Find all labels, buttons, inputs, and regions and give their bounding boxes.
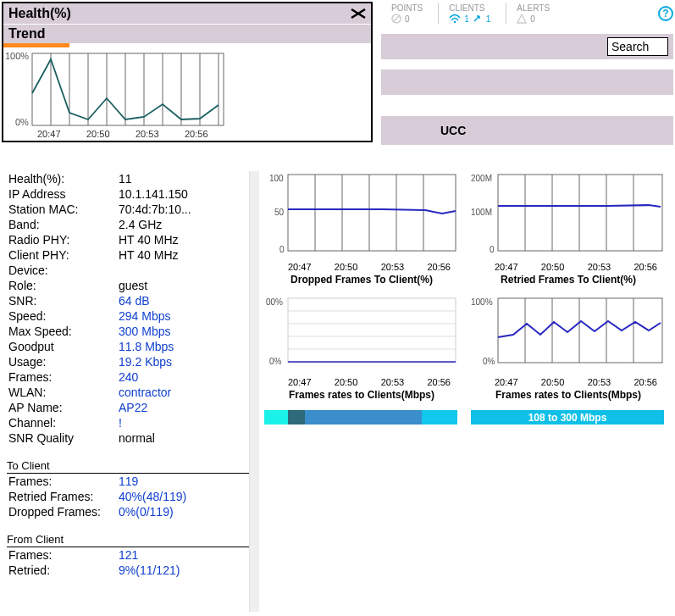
header-alerts-label: ALERTS <box>517 3 550 13</box>
header-clients-wifi-count: 1 <box>464 14 469 24</box>
detail-value: 70:4d:7b:10... <box>117 202 252 217</box>
header-clients-wired-count: 1 <box>486 14 491 24</box>
header-alerts-value: 0 <box>530 14 535 24</box>
detail-label: Device: <box>7 263 117 278</box>
chart-title: Frames rates to Clients(Mbps) <box>264 389 459 401</box>
search-input[interactable]: Search <box>607 37 668 56</box>
tick-label: 20:47 <box>495 377 518 387</box>
svg-rect-47 <box>498 298 662 363</box>
detail-value: ! <box>117 415 252 430</box>
tick-label: 20:53 <box>588 377 611 387</box>
svg-text:0%: 0% <box>269 357 282 366</box>
header-clients-label: CLIENTS <box>449 3 490 13</box>
detail-value: HT 40 MHz <box>117 247 252 263</box>
spacer-bar <box>381 69 673 95</box>
detail-label: WLAN: <box>7 385 117 400</box>
to-client-header: To Client <box>7 459 252 474</box>
detail-label: SNR Quality <box>7 430 117 446</box>
detail-row: Station MAC:70:4d:7b:10... <box>7 202 252 217</box>
alert-triangle-icon <box>517 14 527 24</box>
chart-title: Dropped Frames To Client(%) <box>264 274 459 286</box>
detail-row: WLAN:contractor <box>7 385 252 400</box>
tick-label: 20:56 <box>634 377 657 387</box>
detail-label: Speed: <box>7 308 117 324</box>
detail-value: 294 Mbps <box>117 308 252 324</box>
legend-bar-right: 108 to 300 Mbps <box>471 410 664 425</box>
help-icon[interactable]: ? <box>658 6 673 21</box>
detail-value: 19.2 Kbps <box>117 354 252 369</box>
svg-text:100%: 100% <box>5 51 29 61</box>
detail-label: Client PHY: <box>7 247 117 263</box>
detail-row: Goodput11.8 Mbps <box>7 339 252 354</box>
detail-row: Max Speed:300 Mbps <box>7 324 252 339</box>
detail-row: Retried:9%(11/121) <box>7 563 252 578</box>
detail-value: 121 <box>117 547 252 563</box>
detail-label: Role: <box>7 278 117 293</box>
detail-label: Goodput <box>7 339 117 354</box>
detail-row: Health(%):11 <box>7 171 252 186</box>
detail-value: 11 <box>117 171 252 186</box>
svg-text:100M: 100M <box>471 208 492 217</box>
detail-row: Radio PHY:HT 40 MHz <box>7 232 252 247</box>
detail-label: Frames: <box>7 369 117 385</box>
x-axis-labels: 20:47 20:50 20:53 20:56 <box>264 262 459 272</box>
tick-label: 20:56 <box>634 262 657 272</box>
tick-label: 20:50 <box>541 377 565 387</box>
detail-row: Usage:19.2 Kbps <box>7 354 252 369</box>
x-axis-labels: 20:47 20:50 20:53 20:56 <box>264 377 459 387</box>
panel-sub-label: Trend <box>8 26 46 41</box>
detail-label: Frames: <box>7 547 117 563</box>
detail-value: 11.8 Mbps <box>117 339 252 354</box>
detail-label: Band: <box>7 217 117 232</box>
header-points-label: POINTS <box>391 3 423 13</box>
tick-label: 20:56 <box>427 377 451 387</box>
svg-text:100: 100 <box>269 174 284 183</box>
detail-label: Station MAC: <box>7 202 117 217</box>
detail-label: Radio PHY: <box>7 232 117 247</box>
detail-value: contractor <box>117 385 252 400</box>
health-panel: Health(%) Trend 100% 0 <box>2 2 373 142</box>
tick-label: 20:53 <box>588 262 611 272</box>
svg-text:20:56: 20:56 <box>185 129 208 139</box>
wired-icon <box>473 14 483 24</box>
detail-label: Usage: <box>7 354 117 369</box>
legend-bar-left <box>264 410 457 425</box>
legend-label: 108 to 300 Mbps <box>471 410 664 425</box>
svg-rect-22 <box>288 175 456 251</box>
toolbar-bar: Search <box>381 34 673 59</box>
detail-row: IP Address10.1.141.150 <box>7 186 252 202</box>
header-alerts: ALERTS 0 <box>506 3 550 24</box>
scrollbar[interactable] <box>249 171 259 612</box>
detail-row: AP Name:AP22 <box>7 400 252 415</box>
panel-title: Health(%) <box>8 6 71 21</box>
circle-off-icon <box>391 14 401 24</box>
chart-frames-rates-left: 00% 0% 20:47 20:50 20:53 20:56 Frames ra… <box>264 295 459 413</box>
header-status: POINTS 0 CLIENTS 1 1 ALERTS 0 ? <box>381 0 673 27</box>
detail-row: Frames:119 <box>7 474 252 489</box>
from-client-header: From Client <box>7 533 252 547</box>
detail-row: Role:guest <box>7 278 252 293</box>
svg-text:20:50: 20:50 <box>86 129 110 139</box>
detail-label: Retried: <box>7 563 117 578</box>
detail-value: 10.1.141.150 <box>117 186 252 202</box>
detail-value: 0%(0/119) <box>117 504 252 519</box>
detail-row: Client PHY:HT 40 MHz <box>7 247 252 263</box>
svg-text:20:47: 20:47 <box>37 129 61 139</box>
close-icon[interactable] <box>351 8 366 19</box>
tick-label: 20:50 <box>335 262 358 272</box>
tick-label: 20:47 <box>288 262 312 272</box>
detail-row: SNR Qualitynormal <box>7 430 252 446</box>
detail-row: Band:2.4 GHz <box>7 217 252 232</box>
details-table: Health(%):11IP Address10.1.141.150Statio… <box>7 171 252 578</box>
detail-row: Frames:240 <box>7 369 252 385</box>
detail-row: Device: <box>7 263 252 278</box>
x-axis-labels: 20:47 20:50 20:53 20:56 <box>471 262 666 272</box>
detail-value: 9%(11/121) <box>117 563 252 578</box>
svg-line-1 <box>393 15 400 22</box>
chart-dropped-frames: 100 50 0 20:47 20:50 20:53 20:56 Dropped… <box>264 171 459 290</box>
svg-text:100%: 100% <box>471 297 493 307</box>
detail-label: IP Address <box>7 186 117 202</box>
tick-label: 20:47 <box>288 377 312 387</box>
detail-label: Frames: <box>7 474 117 489</box>
detail-value: 64 dB <box>117 293 252 308</box>
